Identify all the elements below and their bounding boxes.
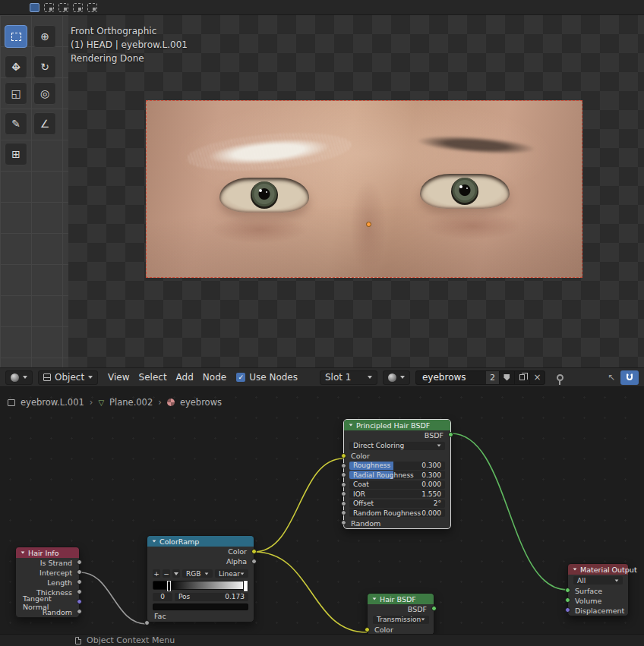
- cursor-tool-button[interactable]: ⊕: [33, 25, 56, 48]
- select-mode-new-icon[interactable]: [30, 3, 39, 12]
- menu-add[interactable]: Add: [172, 372, 198, 383]
- bsdf-output-socket[interactable]: [431, 606, 437, 611]
- select-mode-extend-icon[interactable]: [44, 3, 54, 12]
- select-mode-intersect-icon[interactable]: [87, 3, 97, 12]
- color-input-socket[interactable]: [341, 453, 346, 459]
- fake-user-button[interactable]: [499, 371, 514, 384]
- scale-tool-button[interactable]: ◱: [5, 82, 27, 105]
- hair-bsdf-node[interactable]: Hair BSDF BSDF Transmission Color: [367, 593, 434, 634]
- add-cube-tool-button[interactable]: ⊞: [5, 143, 27, 165]
- collapse-icon[interactable]: [373, 597, 377, 600]
- hair-info-node[interactable]: Hair Info Is Strand Intercept Length Thi…: [15, 547, 80, 618]
- coat-slider[interactable]: Coat0.000: [349, 481, 445, 489]
- position-slider[interactable]: Pos 0.173: [175, 593, 248, 601]
- node-header[interactable]: Hair BSDF: [368, 594, 434, 604]
- color-mode-dropdown[interactable]: RGB: [182, 569, 213, 578]
- volume-input-socket[interactable]: [565, 597, 570, 603]
- ior-slider[interactable]: IOR1.550: [349, 490, 445, 498]
- breadcrumb-object[interactable]: eyebrow.L.001: [21, 397, 84, 408]
- viewport-3d[interactable]: ⊕ ↔↕ ↻ ◱ ◎ ✎ ∠ ⊞ Front Orthographic (1) …: [0, 15, 644, 367]
- collapse-icon[interactable]: [573, 568, 577, 570]
- random-roughness-input-socket[interactable]: [341, 510, 346, 515]
- radial-roughness-input-socket[interactable]: [341, 472, 346, 477]
- navigate-up-icon[interactable]: ↖: [608, 372, 615, 383]
- select-mode-invert-icon[interactable]: [73, 3, 83, 12]
- coloring-dropdown[interactable]: Direct Coloring: [349, 442, 445, 450]
- stop-color-swatch[interactable]: [153, 603, 248, 610]
- random-input-socket[interactable]: [341, 520, 346, 525]
- collapse-icon[interactable]: [349, 424, 353, 426]
- end-color-stop[interactable]: [243, 580, 248, 592]
- node-header[interactable]: Material Output: [568, 564, 628, 575]
- add-stop-button[interactable]: +: [153, 569, 160, 578]
- use-nodes-toggle[interactable]: ✓ Use Nodes: [236, 372, 298, 383]
- browse-material-button[interactable]: [383, 370, 410, 385]
- surface-input-socket[interactable]: [565, 588, 570, 593]
- remove-stop-button[interactable]: −: [163, 569, 170, 578]
- snapping-toggle[interactable]: [620, 370, 639, 385]
- random-roughness-slider[interactable]: Random Roughness0.000: [349, 509, 445, 517]
- shader-type-dropdown[interactable]: Object: [38, 370, 98, 385]
- measure-tool-button[interactable]: ∠: [33, 112, 56, 135]
- select-mode-subtract-icon[interactable]: [58, 3, 68, 12]
- offset-slider[interactable]: Offset2°: [349, 499, 445, 508]
- box-select-tool-button[interactable]: [5, 25, 27, 48]
- radial-roughness-slider[interactable]: Radial Roughness0.300: [349, 471, 445, 479]
- breadcrumb-separator: ›: [90, 397, 93, 408]
- offset-input-socket[interactable]: [341, 501, 346, 506]
- shader-node-editor[interactable]: eyebrow.L.001 › ▽ Plane.002 › eyebrows P…: [0, 387, 644, 634]
- chevron-down-icon: [400, 376, 405, 379]
- breadcrumb-mesh[interactable]: Plane.002: [109, 397, 153, 408]
- transform-tool-button[interactable]: ◎: [33, 82, 56, 105]
- node-header[interactable]: Hair Info: [16, 547, 79, 558]
- node-header[interactable]: ColorRamp: [147, 536, 254, 547]
- intercept-output-socket[interactable]: [77, 569, 82, 575]
- stop-index-field[interactable]: 0: [153, 593, 172, 601]
- length-output-socket[interactable]: [77, 579, 82, 585]
- random-label: Random: [43, 608, 72, 616]
- menu-node[interactable]: Node: [198, 372, 231, 383]
- menu-view[interactable]: View: [103, 372, 134, 383]
- move-tool-button[interactable]: ↔↕: [5, 55, 27, 78]
- roughness-slider[interactable]: Roughness0.300: [349, 462, 445, 470]
- annotate-tool-button[interactable]: ✎: [5, 112, 27, 135]
- displacement-input-socket[interactable]: [565, 607, 570, 613]
- bsdf-output-socket[interactable]: [448, 432, 453, 437]
- pin-icon[interactable]: [557, 374, 564, 381]
- unlink-material-button[interactable]: ×: [529, 371, 545, 384]
- menu-select[interactable]: Select: [134, 372, 172, 383]
- collapse-icon[interactable]: [153, 540, 156, 542]
- target-dropdown[interactable]: All: [573, 576, 623, 585]
- tangent-normal-output-socket[interactable]: [77, 599, 82, 604]
- color-output-socket[interactable]: [251, 549, 257, 554]
- coat-input-socket[interactable]: [341, 482, 346, 487]
- collection-object-label: (1) HEAD | eyebrow.L.001: [71, 38, 188, 52]
- material-output-node[interactable]: Material Output All Surface Volume Displ…: [567, 563, 629, 616]
- material-users-count[interactable]: 2: [486, 371, 499, 384]
- is-strand-label: Is Strand: [40, 559, 72, 567]
- ior-input-socket[interactable]: [341, 491, 346, 496]
- node-header[interactable]: Principled Hair BSDF: [344, 420, 450, 430]
- gradient-ramp[interactable]: [153, 581, 248, 590]
- roughness-input-socket[interactable]: [341, 463, 346, 468]
- color-input-socket[interactable]: [365, 627, 370, 632]
- rotate-tool-button[interactable]: ↻: [33, 55, 56, 78]
- breadcrumb-material[interactable]: eyebrows: [180, 397, 222, 408]
- interpolation-dropdown[interactable]: Linear: [215, 569, 248, 578]
- is-strand-output-socket[interactable]: [77, 559, 82, 565]
- colorramp-node[interactable]: ColorRamp Color Alpha + − RGB Linear: [147, 535, 254, 622]
- fac-input-socket[interactable]: [144, 620, 150, 626]
- principled-hair-bsdf-node[interactable]: Principled Hair BSDF BSDF Direct Colorin…: [343, 419, 451, 529]
- material-name-field[interactable]: eyebrows: [416, 372, 486, 383]
- material-slot-dropdown[interactable]: Slot 1: [320, 370, 377, 385]
- component-dropdown[interactable]: Transmission: [373, 616, 429, 624]
- thickness-output-socket[interactable]: [77, 589, 82, 594]
- active-color-stop[interactable]: [166, 580, 172, 592]
- new-material-button[interactable]: [514, 371, 529, 384]
- editor-type-selector[interactable]: [5, 370, 33, 385]
- collapse-icon[interactable]: [21, 551, 25, 553]
- ramp-options-button[interactable]: [172, 569, 180, 578]
- random-output-socket[interactable]: [77, 609, 82, 614]
- alpha-output-socket[interactable]: [251, 559, 257, 564]
- breadcrumb-separator: ›: [158, 397, 162, 408]
